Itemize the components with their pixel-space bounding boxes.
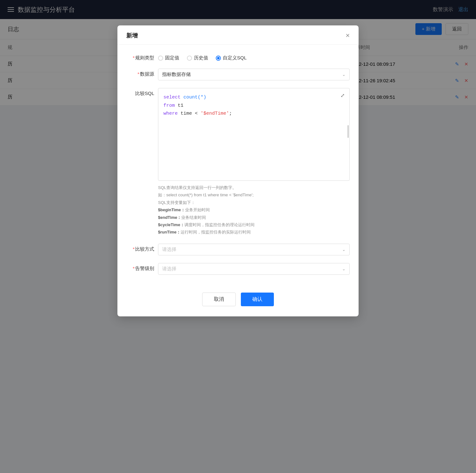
compare-method-content: 请选择 ⌄ [158,244,350,255]
compare-method-label: *比较方式 [126,244,158,252]
alert-level-placeholder: 请选择 [162,266,176,272]
compare-method-placeholder: 请选择 [162,247,176,253]
radio-circle-fixed [158,56,163,61]
var1-desc: 业务开始时间 [185,207,210,212]
chevron-down-icon-2: ⌄ [342,247,346,252]
sql-editor[interactable]: select count(*) from t1 where time < '$e… [158,88,349,180]
required-mark: * [133,55,135,60]
sql-help-var2: $endTime：业务结束时间 [158,214,350,221]
required-mark-3: * [133,246,135,252]
var3-desc: 调度时间，指监控任务的理论运行时间 [184,222,255,227]
confirm-button[interactable]: 确认 [241,293,274,306]
radio-circle-sql [216,56,221,61]
radio-label-fixed: 固定值 [165,55,179,61]
radio-label-sql: 自定义SQL [223,55,247,61]
radio-custom-sql[interactable]: 自定义SQL [216,55,247,61]
sql-help-line1: SQL查询结果仅支持返回一行一列的数字。 [158,184,350,191]
compare-sql-content: select count(*) from t1 where time < '$e… [158,88,350,236]
datasource-label: *数据源 [126,69,158,77]
sql-help-line3: SQL支持变量如下： [158,199,350,206]
modal-footer: 取消 确认 [117,290,359,306]
datasource-select[interactable]: 指标数据存储 ⌄ [158,69,350,80]
required-mark-4: * [133,266,135,271]
radio-fixed-value[interactable]: 固定值 [158,55,179,61]
compare-sql-label: 比较SQL [126,88,158,97]
scrollbar[interactable] [347,125,349,138]
modal-body: *规则类型 固定值 历史值 自定义SQL [117,45,359,290]
sql-help-var1: $beginTime：业务开始时间 [158,206,350,213]
radio-group: 固定值 历史值 自定义SQL [158,52,350,61]
cancel-button[interactable]: 取消 [202,293,236,306]
compare-method-select[interactable]: 请选择 ⌄ [158,244,350,255]
sql-help-line2: 如：select count(*) from t1 where time < '… [158,191,350,199]
alert-level-row: *告警级别 请选择 ⌄ [126,263,350,275]
required-mark-2: * [137,71,139,77]
modal-dialog: 新增 × *规则类型 固定值 历史值 [117,25,359,316]
sql-help-var3: $cycleTime：调度时间，指监控任务的理论运行时间 [158,221,350,228]
rule-type-content: 固定值 历史值 自定义SQL [158,52,350,61]
datasource-value: 指标数据存储 [162,71,191,78]
compare-sql-row: 比较SQL select count(*) from t1 where time… [126,88,350,236]
alert-level-select[interactable]: 请选择 ⌄ [158,263,350,275]
datasource-content: 指标数据存储 ⌄ [158,69,350,80]
compare-method-row: *比较方式 请选择 ⌄ [126,244,350,255]
var1-name: $beginTime： [158,207,185,212]
expand-icon[interactable]: ⤢ [338,91,347,100]
alert-level-label: *告警级别 [126,263,158,272]
datasource-row: *数据源 指标数据存储 ⌄ [126,69,350,80]
radio-history-value[interactable]: 历史值 [187,55,208,61]
sql-help-text: SQL查询结果仅支持返回一行一列的数字。 如：select count(*) f… [158,184,350,236]
var2-desc: 业务结束时间 [181,215,206,220]
radio-label-history: 历史值 [194,55,208,61]
chevron-down-icon-3: ⌄ [342,267,346,271]
var4-name: $runTime： [158,230,181,234]
rule-type-label: *规则类型 [126,52,158,61]
sql-editor-wrapper: select count(*) from t1 where time < '$e… [158,88,350,181]
rule-type-row: *规则类型 固定值 历史值 自定义SQL [126,52,350,61]
modal-title: 新增 [126,32,138,39]
var2-name: $endTime： [158,215,181,220]
var4-desc: 运行时间，指监控任务的实际运行时间 [181,230,251,234]
sql-help-var4: $runTime：运行时间，指监控任务的实际运行时间 [158,228,350,236]
var3-name: $cycleTime： [158,222,184,227]
close-button[interactable]: × [346,32,350,39]
chevron-down-icon: ⌄ [342,72,346,77]
radio-circle-history [187,56,192,61]
modal-header: 新增 × [117,25,359,45]
alert-level-content: 请选择 ⌄ [158,263,350,275]
